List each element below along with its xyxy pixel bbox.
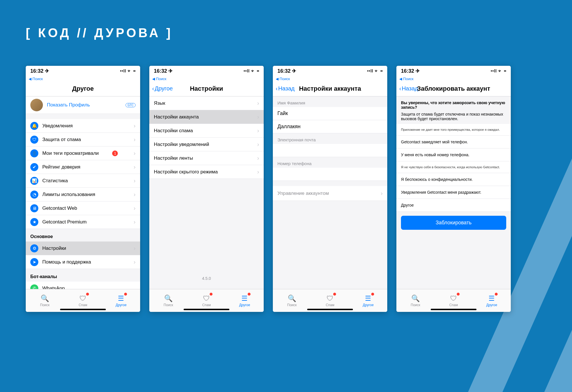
section-main: Основное: [26, 229, 140, 241]
row-feed-settings[interactable]: Настройки ленты›: [149, 151, 264, 165]
row-spam-settings[interactable]: Настройки спама›: [149, 124, 264, 138]
row-label: Настройки уведомлений: [154, 142, 209, 147]
chevron-right-icon: ›: [134, 259, 136, 265]
back-button[interactable]: ‹Назад: [396, 85, 418, 92]
row-manage-account[interactable]: Управление аккаунтом ›: [273, 186, 387, 201]
breadcrumb[interactable]: ◀ Поиск: [396, 76, 511, 81]
row-getcontact-premium[interactable]: ★ Getcontact Premium ›: [26, 215, 140, 229]
status-icons: ••ll ᯤ ▭: [367, 69, 383, 73]
tab-search[interactable]: 🔍Поиск: [273, 289, 311, 312]
tab-search[interactable]: 🔍Поиск: [26, 289, 64, 312]
tab-other[interactable]: ☰Другое: [226, 289, 264, 312]
star-icon: ★: [30, 218, 38, 226]
tab-label: Поиск: [40, 303, 49, 307]
chevron-right-icon: ›: [257, 127, 259, 134]
row-label: Лимиты использования: [42, 192, 95, 197]
chevron-right-icon: ›: [257, 141, 259, 148]
row-statistics[interactable]: 📊 Статистика ›: [26, 174, 140, 188]
chevron-left-icon: ‹: [152, 85, 154, 92]
version-label: 4.5.0: [149, 276, 264, 281]
last-name-field[interactable]: Даллакян: [273, 120, 387, 133]
phone-field[interactable]: [273, 168, 387, 181]
menu-icon: ☰: [118, 294, 124, 302]
tab-label: Спам: [202, 303, 211, 307]
row-language[interactable]: Язык›: [149, 96, 264, 110]
content: Язык› Настройки аккаунта› Настройки спам…: [149, 96, 264, 289]
confirm-text: Защита от спама будет отключена и показ …: [401, 112, 506, 121]
navbar: Другое: [26, 81, 140, 96]
reason-option[interactable]: Я не чувствую себя в безопасности, когда…: [396, 161, 511, 173]
row-label: Настройки аккаунта: [154, 114, 199, 120]
row-whatsapp[interactable]: ✆ WhatsApp: [26, 282, 140, 289]
notification-dot: [495, 293, 498, 296]
row-notif-settings[interactable]: Настройки уведомлений›: [149, 138, 264, 151]
tab-label: Поиск: [164, 303, 173, 307]
section-bots: Бот-каналы: [26, 269, 140, 282]
reason-option[interactable]: Я беспокоюсь о конфиденциальности.: [396, 173, 511, 186]
breadcrumb[interactable]: ◀ Поиск: [26, 76, 140, 81]
status-time: 16:32 ✈: [30, 68, 49, 74]
back-button[interactable]: ‹Другое: [149, 85, 173, 92]
pie-icon: ◔: [30, 191, 38, 199]
chevron-right-icon: ›: [134, 177, 136, 184]
tab-other[interactable]: ☰Другое: [349, 289, 387, 312]
chevron-right-icon: ›: [257, 155, 259, 161]
tab-other[interactable]: ☰Другое: [473, 289, 511, 312]
row-label: Настройки: [42, 246, 66, 251]
chevron-right-icon: ›: [134, 219, 136, 225]
row-trust-rating[interactable]: ✔ Рейтинг доверия ›: [26, 160, 140, 174]
tab-search[interactable]: 🔍Поиск: [149, 289, 187, 312]
tab-bar: 🔍Поиск 🛡Спам ☰Другое: [273, 289, 387, 312]
reason-option[interactable]: Getcontact замедляет мой телефон.: [396, 136, 511, 149]
tab-label: Другое: [486, 303, 497, 307]
reason-option[interactable]: Уведомления Getcontact меня раздражают.: [396, 186, 511, 199]
row-help[interactable]: ➤ Помощь и поддержка ›: [26, 255, 140, 269]
chevron-right-icon: ›: [257, 114, 259, 120]
row-hidden-mode[interactable]: Настройки скрытого режима›: [149, 165, 264, 179]
row-settings[interactable]: ⚙ Настройки ›: [26, 241, 140, 255]
first-name-field[interactable]: Гайк: [273, 107, 387, 120]
row-account-settings[interactable]: Настройки аккаунта›: [149, 110, 264, 124]
reason-option[interactable]: Другое: [396, 199, 511, 212]
notification-dot: [86, 293, 89, 296]
breadcrumb[interactable]: ◀ Поиск: [149, 76, 264, 81]
row-getcontact-web[interactable]: 🖥 Getcontact Web ›: [26, 201, 140, 215]
row-notifications[interactable]: 🔔 Уведомления ›: [26, 119, 140, 133]
row-spam-protection[interactable]: 🛡 Защита от спама ›: [26, 133, 140, 146]
tab-other[interactable]: ☰Другое: [102, 289, 140, 312]
search-icon: 🔍: [411, 294, 420, 302]
shield-icon: 🛡: [80, 294, 86, 302]
chevron-left-icon: ‹: [276, 85, 278, 92]
chevron-right-icon: ›: [381, 190, 383, 197]
profile-row[interactable]: Показать Профиль GTC: [26, 96, 140, 114]
menu-icon: ☰: [241, 294, 248, 302]
reason-option[interactable]: У меня есть новый номер телефона.: [396, 149, 511, 161]
status-time: 16:32 ✈: [154, 68, 173, 74]
status-bar: 16:32 ✈ ••ll ᯤ ▭: [26, 66, 140, 76]
row-usage-limits[interactable]: ◔ Лимиты использования ›: [26, 188, 140, 201]
block-button[interactable]: Заблокировать: [401, 216, 506, 230]
phone-label: Номер телефона: [273, 157, 387, 168]
help-icon: ➤: [30, 258, 38, 266]
navbar: ‹Назад Настройки аккаунта: [273, 81, 387, 96]
back-button[interactable]: ‹Назад: [273, 85, 295, 92]
row-tags-viewed[interactable]: 👤 Мои теги просматривали 1 ›: [26, 146, 140, 160]
row-label: Помощь и поддержка: [42, 259, 91, 265]
row-label: Защита от спама: [42, 137, 81, 142]
reason-option[interactable]: Приложение не дает мне того преимущества…: [396, 124, 511, 136]
notification-dot: [210, 293, 212, 296]
monitor-icon: 🖥: [30, 204, 38, 212]
phones-container: 16:32 ✈ ••ll ᯤ ▭ ◀ Поиск Другое Показать…: [26, 66, 511, 312]
email-field[interactable]: [273, 144, 387, 157]
back-label: Другое: [155, 85, 173, 92]
search-icon: 🔍: [288, 294, 296, 302]
tab-search[interactable]: 🔍Поиск: [396, 289, 434, 312]
row-label: Настройки ленты: [154, 155, 193, 161]
person-icon: 👤: [30, 149, 38, 157]
tab-label: Другое: [363, 303, 374, 307]
status-bar: 16:32 ✈ ••ll ᯤ ▭: [396, 66, 511, 76]
content: Показать Профиль GTC 🔔 Уведомления › 🛡 З…: [26, 96, 140, 289]
shield-icon: 🛡: [450, 294, 457, 302]
shield-icon: 🛡: [203, 294, 210, 302]
breadcrumb[interactable]: ◀ Поиск: [273, 76, 387, 81]
